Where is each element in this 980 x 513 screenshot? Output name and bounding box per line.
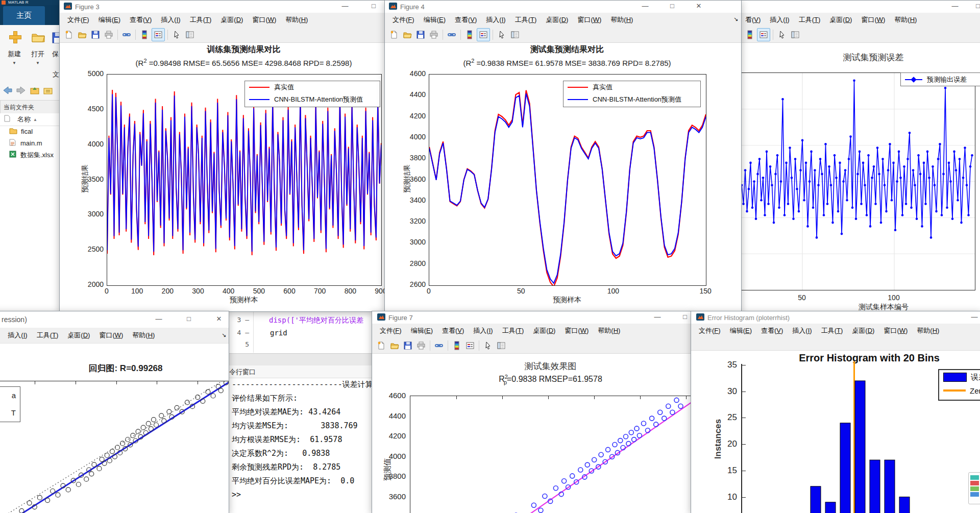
menu-item[interactable]: 帮助(H) bbox=[128, 331, 159, 340]
minimize-button[interactable]: — bbox=[967, 313, 980, 321]
menu-item[interactable]: 编辑(E) bbox=[419, 15, 450, 25]
menu-item[interactable]: 帮助(H) bbox=[912, 326, 944, 335]
menu-item[interactable]: 窗口(W) bbox=[94, 331, 128, 340]
minimize-button[interactable]: — bbox=[638, 2, 653, 10]
back-arrow-icon[interactable] bbox=[2, 86, 13, 97]
menu-item[interactable]: 窗口(W) bbox=[560, 326, 593, 335]
menu-item[interactable]: 帮助(H) bbox=[606, 15, 638, 25]
pointer-icon[interactable] bbox=[776, 29, 788, 41]
screen-edge-color-widget[interactable] bbox=[968, 472, 980, 504]
figure7-titlebar[interactable]: Figure 7 — □ bbox=[372, 311, 691, 324]
menu-item[interactable]: 工具(T) bbox=[510, 15, 542, 25]
maximize-button[interactable]: □ bbox=[366, 2, 381, 10]
print-icon[interactable] bbox=[103, 29, 115, 41]
colormap-icon[interactable] bbox=[451, 339, 463, 352]
menu-item[interactable]: 桌面(D) bbox=[63, 331, 94, 340]
open-file-icon[interactable] bbox=[388, 339, 401, 352]
menu-item[interactable]: 插入(I) bbox=[788, 326, 816, 335]
link-plot-icon[interactable] bbox=[446, 29, 458, 41]
legend[interactable]: 误差 Zero bbox=[938, 369, 980, 401]
command-window-header[interactable]: 命令行窗口 bbox=[225, 365, 378, 378]
colormap-icon[interactable] bbox=[138, 29, 151, 41]
print-icon[interactable] bbox=[428, 29, 440, 41]
menu-item[interactable]: 窗口(W) bbox=[573, 15, 606, 25]
editor-code-line[interactable]: disp(['平均绝对百分比误差 bbox=[269, 316, 363, 325]
up-folder-icon[interactable] bbox=[30, 86, 40, 97]
maximize-button[interactable]: □ bbox=[677, 313, 692, 321]
insert-legend-icon[interactable] bbox=[477, 28, 490, 41]
menu-item[interactable]: 窗口(W) bbox=[248, 15, 281, 25]
menu-item[interactable]: 桌面(D) bbox=[528, 326, 560, 335]
menu-item[interactable]: 插入(I) bbox=[765, 15, 794, 25]
editor-code-line[interactable]: grid bbox=[270, 329, 287, 337]
insert-legend-icon[interactable] bbox=[464, 339, 476, 352]
editor-splitter[interactable] bbox=[225, 353, 378, 365]
menu-item[interactable]: 帮助(H) bbox=[890, 15, 921, 25]
legend[interactable]: 真实值 CNN-BILSTM-Attention预测值 bbox=[563, 81, 701, 107]
save-figure-icon[interactable] bbox=[89, 29, 102, 41]
menu-item[interactable]: 工具(T) bbox=[185, 15, 216, 25]
open-file-icon[interactable] bbox=[76, 29, 88, 41]
menu-item[interactable]: 插入(I) bbox=[3, 331, 32, 340]
insert-legend-icon[interactable] bbox=[757, 28, 770, 41]
menu-item[interactable]: 插入(I) bbox=[156, 15, 185, 25]
menu-item[interactable]: 查看(V) bbox=[125, 15, 156, 25]
menu-item[interactable]: 工具(T) bbox=[498, 326, 529, 335]
colormap-icon[interactable] bbox=[744, 29, 756, 41]
menu-item[interactable]: 文件(F) bbox=[63, 15, 94, 25]
menu-overflow-icon[interactable]: ↘ bbox=[222, 332, 226, 338]
colormap-icon[interactable] bbox=[463, 29, 476, 41]
property-inspector-icon[interactable] bbox=[495, 339, 507, 352]
menu-item[interactable]: 工具(T) bbox=[794, 15, 825, 25]
menu-item[interactable]: 插入(I) bbox=[481, 15, 510, 25]
open-button[interactable]: 打开 ▼ bbox=[27, 29, 49, 78]
link-plot-icon[interactable] bbox=[433, 339, 445, 352]
regression-titlebar[interactable]: ression) — □ ✕ bbox=[0, 311, 229, 328]
pointer-icon[interactable] bbox=[496, 29, 508, 41]
menu-item[interactable]: 桌面(D) bbox=[541, 15, 573, 25]
browse-folder-icon[interactable] bbox=[43, 86, 53, 97]
new-figure-icon[interactable] bbox=[63, 29, 75, 41]
minimize-button[interactable]: — bbox=[947, 2, 963, 10]
tab-home[interactable]: 主页 bbox=[3, 6, 45, 25]
new-figure-icon[interactable] bbox=[388, 29, 400, 41]
menu-item[interactable]: 编辑(E) bbox=[725, 326, 756, 335]
menu-item[interactable]: 窗口(W) bbox=[856, 15, 890, 25]
menu-item[interactable]: 查看(V) bbox=[450, 15, 481, 25]
menu-item[interactable]: 编辑(E) bbox=[94, 15, 125, 25]
error-figure-titlebar[interactable]: — □ bbox=[715, 1, 980, 13]
menu-item[interactable]: 桌面(D) bbox=[847, 326, 879, 335]
link-plot-icon[interactable] bbox=[120, 29, 133, 41]
legend[interactable]: 预测输出误差 bbox=[900, 72, 980, 86]
pointer-icon[interactable] bbox=[482, 339, 494, 352]
close-button[interactable]: ✕ bbox=[211, 315, 227, 323]
legend-fragment[interactable]: a T bbox=[0, 386, 20, 422]
new-button[interactable]: 新建 ▼ bbox=[3, 29, 26, 78]
minimize-button[interactable]: — bbox=[337, 2, 353, 10]
open-file-icon[interactable] bbox=[401, 29, 413, 41]
menu-item[interactable]: 文件(F) bbox=[375, 326, 406, 335]
pointer-icon[interactable] bbox=[170, 29, 183, 41]
menu-item[interactable]: 工具(T) bbox=[32, 331, 63, 340]
menu-item[interactable]: 桌面(D) bbox=[216, 15, 248, 25]
menu-item[interactable]: 编辑(E) bbox=[406, 326, 437, 335]
menu-item[interactable]: 文件(F) bbox=[388, 15, 419, 25]
menu-item[interactable]: 文件(F) bbox=[694, 326, 725, 335]
legend[interactable]: 真实值 CNN-BILSTM-Attention预测值 bbox=[244, 81, 380, 107]
property-inspector-icon[interactable] bbox=[789, 29, 801, 41]
menu-item[interactable]: 窗口(W) bbox=[879, 326, 912, 335]
menu-item[interactable]: 帮助(H) bbox=[281, 15, 312, 25]
close-button[interactable]: ✕ bbox=[691, 2, 706, 10]
maximize-button[interactable]: □ bbox=[665, 2, 680, 10]
histogram-titlebar[interactable]: Error Histogram (ploterrhist) — bbox=[691, 311, 980, 324]
menu-item[interactable]: 桌面(D) bbox=[825, 15, 856, 25]
figure3-titlebar[interactable]: Figure 3 — □ bbox=[60, 1, 385, 13]
menu-item[interactable]: 查看(V) bbox=[756, 326, 788, 335]
property-inspector-icon[interactable] bbox=[184, 29, 196, 41]
menu-item[interactable]: 插入(I) bbox=[469, 326, 497, 335]
new-figure-icon[interactable] bbox=[375, 339, 387, 352]
print-icon[interactable] bbox=[415, 339, 427, 352]
menu-item[interactable]: 帮助(H) bbox=[593, 326, 625, 335]
figure4-titlebar[interactable]: Figure 4 — □ ✕ bbox=[385, 1, 741, 13]
insert-legend-icon[interactable] bbox=[152, 28, 165, 41]
